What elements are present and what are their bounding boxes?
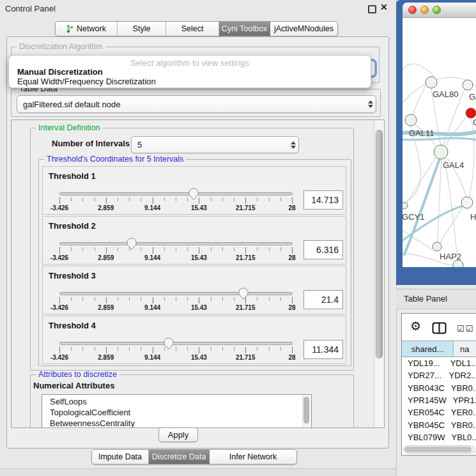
cyni-bottom-tabbar: Impute Data Discretize Data Infer Networ… (91, 449, 297, 464)
node-label: H (470, 212, 476, 222)
threshold-3-slider[interactable]: -3.426 2.859 9.144 15.43 21.715 28 (59, 287, 292, 314)
column-header-name[interactable]: na (454, 341, 476, 357)
node-selected (466, 108, 476, 118)
list-item[interactable]: BetweennessCentrality (42, 418, 311, 428)
slider-ticks (59, 347, 293, 353)
threshold-4-panel: Threshold 4 -3.426 2.859 9.144 15.43 (42, 316, 346, 364)
combo-stepper-icon (288, 137, 298, 153)
minimize-traffic-light-icon[interactable] (420, 6, 429, 14)
threshold-2-slider[interactable]: -3.426 2.859 9.144 15.43 21.715 28 (59, 237, 292, 264)
tab-impute-data[interactable]: Impute Data (92, 450, 149, 464)
dropdown-hint: Select algorithm to view settings (9, 58, 371, 68)
column-checkbox-icons[interactable]: ☑☑ (457, 324, 474, 334)
table-data-group: Table Data galFiltered.sif default node (11, 89, 381, 117)
zoom-traffic-light-icon[interactable] (433, 6, 441, 14)
table-row[interactable]: YDR27...YDR2... (402, 369, 476, 381)
attributes-group: Attributes to discretize Numerical Attri… (30, 374, 354, 428)
table-horizontal-scrollbar[interactable] (403, 445, 475, 454)
threshold-4-value[interactable]: 11.344 (303, 340, 343, 359)
threshold-1-slider[interactable]: -3.426 2.859 9.144 15.43 21.715 28 (59, 187, 292, 214)
table-row[interactable]: YBR043CYBR0... (402, 382, 476, 394)
threshold-3-value[interactable]: 21.4 (303, 290, 343, 309)
list-item[interactable]: SelfLoops (42, 395, 311, 407)
node (405, 114, 417, 126)
node (403, 203, 408, 209)
numerical-attributes-list[interactable]: SelfLoops TopologicalCoefficient Between… (42, 394, 312, 428)
close-traffic-light-icon[interactable] (408, 6, 417, 14)
node-label: GA (469, 92, 476, 102)
node-label: GAL4 (443, 160, 464, 170)
combo-stepper-icon (365, 96, 376, 112)
table-body: YDL19...YDL1... YDR27...YDR2... YBR043CY… (402, 357, 476, 456)
node-gal4 (434, 145, 448, 159)
slider-track[interactable] (59, 342, 293, 345)
table-row[interactable]: YER054CYER0... (402, 406, 476, 418)
scrollbar-thumb[interactable] (376, 130, 383, 358)
group-label: Threshold's Coordinates for 5 Intervals (44, 155, 186, 164)
slider-scale: -3.426 2.859 9.144 15.43 21.715 28 (59, 204, 292, 212)
network-window-titlebar[interactable] (403, 3, 476, 18)
tab-network[interactable]: Network (56, 22, 118, 36)
slider-ticks (59, 297, 293, 303)
apply-button[interactable]: Apply (158, 427, 198, 442)
threshold-3-panel: Threshold 3 -3.426 2.859 9.144 15.43 (42, 266, 346, 314)
threshold-2-value[interactable]: 6.316 (303, 240, 343, 259)
table-row[interactable]: YDL19...YDL1... (402, 357, 476, 369)
threshold-1-value[interactable]: 14.713 (303, 190, 343, 210)
interval-definition-group: Interval Definition Number of Intervals … (30, 128, 354, 371)
group-label: Attributes to discretize (36, 371, 119, 379)
network-canvas[interactable]: GAL80 GA C GAL11 GAL4 GCY1 H HAP2 (403, 18, 476, 267)
numerical-attributes-label: Numerical Attributes (33, 381, 114, 390)
slider-scale: -3.426 2.859 9.144 15.43 21.715 28 (59, 304, 292, 312)
tab-infer-network[interactable]: Infer Network (210, 450, 296, 464)
slider-track[interactable] (59, 242, 293, 245)
node (426, 77, 437, 88)
tab-select[interactable]: Select (166, 22, 219, 36)
tab-jactivemnodules[interactable]: jActiveMNodules (270, 22, 337, 36)
table-row[interactable]: YPR145WYPR1... (402, 394, 476, 406)
tab-style[interactable]: Style (118, 22, 166, 36)
slider-ticks (59, 197, 293, 204)
table-data-combo[interactable]: galFiltered.sif default node (17, 95, 376, 113)
node-label: GAL80 (433, 89, 458, 99)
group-label: Interval Definition (36, 124, 103, 132)
group-label: Discretization Algorithm (17, 43, 105, 51)
num-intervals-label: Number of Intervals (52, 139, 130, 148)
table-row[interactable]: YBL079WYBL0... (402, 431, 476, 443)
num-intervals-combo[interactable]: 5 (131, 136, 299, 153)
slider-ticks (59, 247, 293, 254)
dropdown-option-equal-width[interactable]: Equal Width/Frequency Discretization (17, 77, 156, 86)
node (433, 242, 441, 251)
thresholds-group: Threshold's Coordinates for 5 Intervals … (38, 159, 351, 366)
list-scrollbar[interactable] (302, 395, 311, 428)
table-row[interactable]: YBR045CYBR0... (402, 418, 476, 431)
dropdown-option-manual[interactable]: Manual Discretization (17, 67, 103, 77)
list-item[interactable]: TopologicalCoefficient (42, 407, 311, 418)
node (463, 80, 473, 90)
screen: Control Panel ✕ Network Style Select Cyn… (0, 0, 476, 476)
slider-scale: -3.426 2.859 9.144 15.43 21.715 28 (59, 254, 292, 262)
node (461, 197, 473, 208)
slider-track[interactable] (59, 192, 293, 196)
scrollbar-thumb[interactable] (404, 447, 472, 452)
table-panel-title: Table Panel (404, 294, 447, 303)
threshold-1-panel: Threshold 1 -3.426 2.859 9.144 15.43 (42, 166, 346, 215)
close-icon[interactable]: ✕ (380, 2, 388, 12)
control-panel-window: Control Panel ✕ Network Style Select Cyn… (0, 0, 397, 476)
window-bottom-strip (0, 468, 396, 476)
tab-discretize-data[interactable]: Discretize Data (149, 450, 210, 464)
float-window-icon[interactable] (368, 5, 376, 13)
network-icon (66, 24, 73, 33)
table-panel: ⚙ ☑☑ shared... na YDL19...YDL1... YDR27.… (401, 313, 476, 456)
tab-cyni-toolbox[interactable]: Cyni Toolbox (219, 22, 270, 36)
settings-scrollbar[interactable] (374, 120, 385, 427)
window-title: Control Panel (5, 4, 56, 13)
split-columns-icon[interactable] (432, 322, 447, 334)
gear-icon[interactable]: ⚙ (410, 319, 421, 334)
threshold-2-panel: Threshold 2 -3.426 2.859 9.144 15.43 (42, 216, 346, 265)
column-header-shared-name[interactable]: shared... (402, 341, 454, 357)
slider-track[interactable] (59, 292, 293, 295)
threshold-4-slider[interactable]: -3.426 2.859 9.144 15.43 21.715 28 (59, 337, 292, 364)
network-graph: GAL80 GA C GAL11 GAL4 GCY1 H HAP2 (403, 18, 476, 267)
node-label: GCY1 (403, 212, 424, 222)
